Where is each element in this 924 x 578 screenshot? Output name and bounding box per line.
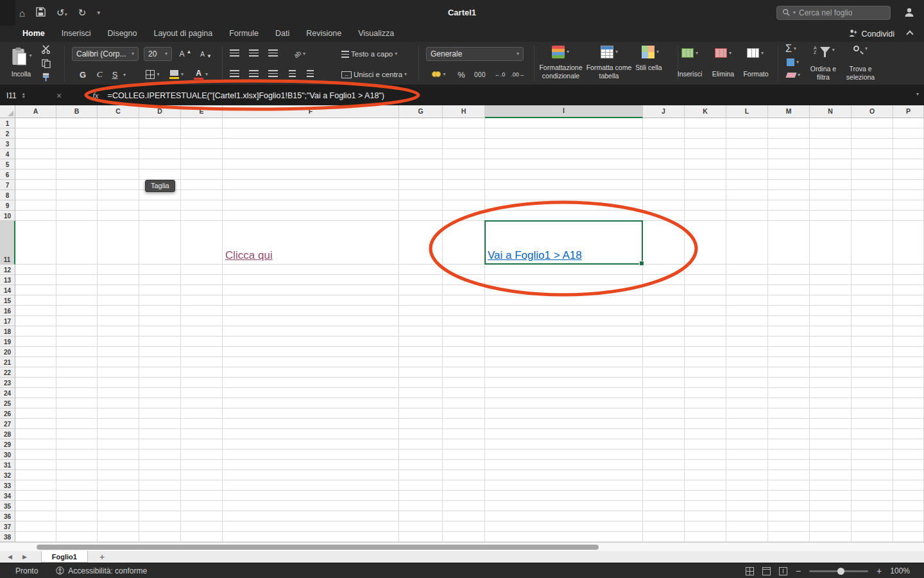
column-header-B[interactable]: B [56,105,98,118]
share-button[interactable]: Condividi [848,26,894,42]
column-header-A[interactable]: A [15,105,56,118]
decrease-decimal-button[interactable]: .00→ [509,67,526,82]
row-header-12[interactable]: 12 [0,265,15,275]
page-layout-view-icon[interactable] [762,567,771,575]
insert-function-icon[interactable]: fx [92,91,98,101]
increase-indent-button[interactable] [307,70,314,77]
row-header-24[interactable]: 24 [0,388,15,398]
decrease-indent-button[interactable] [289,70,296,77]
conditional-formatting-button[interactable]: ▾ [552,46,569,58]
increase-font-button[interactable]: A▲ [176,47,195,61]
font-family-select[interactable]: Calibri (Corp... ▾ [72,47,139,61]
align-bottom-button[interactable] [268,49,278,57]
account-icon[interactable] [903,6,915,21]
column-header-H[interactable]: H [443,105,485,118]
row-header-20[interactable]: 20 [0,347,15,357]
row-header-18[interactable]: 18 [0,326,15,337]
zoom-slider[interactable] [809,570,868,572]
cancel-icon[interactable]: × [56,91,62,101]
percent-format-button[interactable]: % [454,67,468,82]
fill-button[interactable]: ▾ [787,58,799,66]
borders-button[interactable]: ▾ [142,67,163,82]
column-header-J[interactable]: J [643,105,685,118]
undo-icon[interactable]: ↺▾ [56,7,67,19]
row-header-27[interactable]: 27 [0,419,15,429]
cell-styles-button[interactable]: ▾ [642,46,659,58]
row-header-19[interactable]: 19 [0,337,15,347]
name-box[interactable]: I11 ▲▼ [0,85,40,105]
search-input[interactable]: ▾ Cerca nel foglio [776,6,891,20]
tab-inserisci[interactable]: Inserisci [53,26,99,42]
row-header-5[interactable]: 5 [0,159,15,170]
row-header-14[interactable]: 14 [0,285,15,295]
tab-formule[interactable]: Formule [221,26,267,42]
decrease-font-button[interactable]: A▼ [196,47,216,61]
prev-sheet-icon[interactable]: ◀ [8,554,12,560]
name-box-stepper[interactable]: ▲▼ [22,92,26,99]
next-sheet-icon[interactable]: ▶ [22,554,27,560]
normal-view-icon[interactable] [746,567,754,575]
column-header-I[interactable]: I [485,105,643,118]
row-header-16[interactable]: 16 [0,306,15,316]
row-header-31[interactable]: 31 [0,460,15,470]
column-header-C[interactable]: C [98,105,139,118]
autosum-button[interactable]: Σ ▾ [785,43,796,55]
zoom-out-icon[interactable]: − [796,566,801,576]
format-painter-button[interactable] [41,73,51,82]
paste-dropdown-icon[interactable]: ▾ [29,53,31,58]
formula-input[interactable]: =COLLEG.IPERTESTUALE("[Cartel1.xlsx]Fogl… [108,91,384,100]
zoom-slider-thumb[interactable] [837,568,844,575]
currency-format-button[interactable]: ▾ [427,67,450,82]
hyperlink-text[interactable]: Clicca qui [225,249,273,262]
column-header-G[interactable]: G [399,105,443,118]
tab-dati[interactable]: Dati [267,26,298,42]
row-header-10[interactable]: 10 [0,211,15,221]
row-header-32[interactable]: 32 [0,470,15,480]
cut-button[interactable] [41,44,51,54]
formula-bar-expand-icon[interactable]: ▾ [916,92,919,97]
column-header-O[interactable]: O [851,105,893,118]
wrap-text-button[interactable]: Testo a capo ▾ [341,47,397,61]
align-top-button[interactable] [230,49,239,57]
row-header-23[interactable]: 23 [0,378,15,388]
add-sheet-button[interactable]: + [99,552,105,562]
row-header-25[interactable]: 25 [0,398,15,408]
row-header-7[interactable]: 7 [0,180,15,190]
column-header-N[interactable]: N [810,105,851,118]
row-header-33[interactable]: 33 [0,480,15,491]
search-scope-dropdown-icon[interactable]: ▾ [793,10,796,15]
fill-color-button[interactable]: ▾ [166,67,187,82]
horizontal-scrollbar[interactable] [0,542,924,551]
row-header-22[interactable]: 22 [0,367,15,378]
cell-F11[interactable]: Clicca qui [223,221,399,265]
row-header-15[interactable]: 15 [0,295,15,306]
sheet-body[interactable]: Taglia Clicca quiVai a Foglio1 > A18 [15,118,924,542]
italic-button[interactable]: C [92,67,107,82]
row-header-3[interactable]: 3 [0,139,15,149]
underline-dropdown-icon[interactable]: ▾ [123,73,126,78]
row-header-26[interactable]: 26 [0,408,15,419]
insert-cells-button[interactable]: ▾ [681,48,698,58]
row-header-6[interactable]: 6 [0,170,15,180]
bold-button[interactable]: G [76,67,90,82]
tab-home[interactable]: Home [14,26,53,42]
row-header-36[interactable]: 36 [0,511,15,521]
column-header-P[interactable]: P [893,105,924,118]
select-all-corner[interactable] [0,105,15,118]
delete-cells-button[interactable]: ▾ [715,48,732,58]
row-header-38[interactable]: 38 [0,532,15,542]
align-right-button[interactable] [268,70,278,77]
font-color-button[interactable]: A ▾ [190,67,212,82]
undo-dropdown-icon[interactable]: ▾ [65,12,67,17]
clear-button[interactable]: ▾ [787,73,800,78]
align-left-button[interactable] [230,70,239,77]
row-header-35[interactable]: 35 [0,501,15,511]
row-header-34[interactable]: 34 [0,491,15,501]
paste-button[interactable]: ▾ [6,43,37,69]
customize-toolbar-icon[interactable]: ▾ [97,10,100,16]
row-header-9[interactable]: 9 [0,200,15,211]
font-size-select[interactable]: 20 ▾ [144,47,172,61]
thousands-format-button[interactable]: 000 [471,67,489,82]
merge-center-button[interactable]: ↔ Unisci e centra ▾ [341,67,407,82]
home-icon[interactable]: ⌂ [19,8,25,19]
